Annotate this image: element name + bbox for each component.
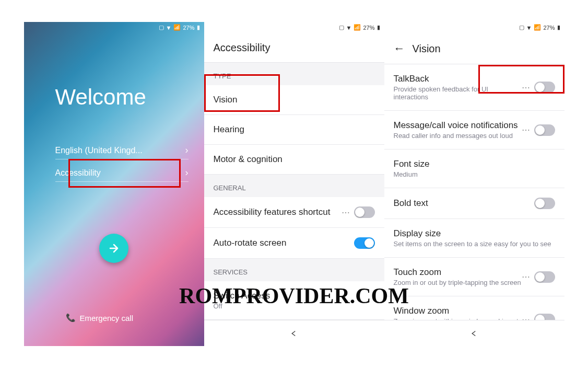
- more-icon[interactable]: ⋯: [342, 208, 350, 217]
- back-arrow-icon[interactable]: ←: [394, 42, 405, 55]
- status-bar: ▢ ▼ 📶 27% ▮: [339, 24, 380, 31]
- highlight-accessibility: [68, 159, 181, 188]
- shortcut-toggle[interactable]: [354, 206, 375, 218]
- bold-toggle[interactable]: [534, 198, 555, 209]
- shortcut-item[interactable]: Accessibility features shortcut ⋯: [204, 197, 384, 228]
- fontsize-item[interactable]: Font size Medium: [384, 150, 565, 188]
- vision-screen: ▢ ▼ 📶 27% ▮ ← Vision TalkBack Provide sp…: [384, 22, 565, 346]
- touchzoom-toggle[interactable]: [534, 271, 555, 283]
- chevron-right-icon: ›: [185, 167, 189, 178]
- status-bar: ▢ ▼ 📶 27% ▮: [159, 24, 200, 31]
- status-bar: ▢ ▼ 📶 27% ▮: [519, 24, 560, 31]
- battery-icon: ▮: [557, 24, 560, 31]
- autorotate-toggle[interactable]: [354, 237, 375, 249]
- chevron-right-icon: ›: [185, 145, 189, 156]
- page-title: Accessibility: [204, 33, 384, 63]
- emergency-call[interactable]: 📞 Emergency call: [66, 313, 134, 323]
- nfc-icon: ▢: [159, 24, 164, 31]
- page-header: ← Vision: [384, 33, 565, 64]
- battery-icon: ▮: [377, 24, 380, 31]
- next-button[interactable]: [99, 234, 128, 263]
- battery-icon: ▮: [197, 24, 200, 31]
- displaysize-item[interactable]: Display size Set items on the screen to …: [384, 219, 565, 258]
- battery-text: 27%: [543, 25, 555, 31]
- battery-text: 27%: [183, 25, 194, 31]
- page-title: Vision: [413, 43, 441, 55]
- signal-icon: 📶: [354, 24, 361, 31]
- section-general: GENERAL: [204, 175, 384, 197]
- nav-bar: [384, 320, 565, 346]
- nav-back-icon[interactable]: [289, 329, 299, 338]
- watermark: ROMPROVIDER.COM: [179, 283, 409, 308]
- signal-icon: 📶: [173, 24, 181, 31]
- highlight-vision: [204, 74, 280, 112]
- arrow-right-icon: [108, 242, 120, 255]
- phone-icon: 📞: [66, 313, 76, 323]
- bold-item[interactable]: Bold text: [384, 188, 565, 219]
- autorotate-item[interactable]: Auto-rotate screen: [204, 228, 384, 259]
- wifi-icon: ▼: [346, 25, 352, 31]
- emergency-label: Emergency call: [80, 314, 134, 323]
- language-label: English (United Kingd...: [55, 146, 143, 155]
- msgcall-item[interactable]: Message/call voice notifications Read ca…: [384, 111, 565, 150]
- welcome-screen: ▢ ▼ 📶 27% ▮ Welcome English (United King…: [24, 22, 204, 346]
- nfc-icon: ▢: [339, 24, 344, 31]
- signal-icon: 📶: [534, 24, 541, 31]
- screenshots-container: ▢ ▼ 📶 27% ▮ Welcome English (United King…: [24, 22, 565, 346]
- welcome-title: Welcome: [55, 85, 146, 110]
- wifi-icon: ▼: [526, 25, 532, 31]
- nfc-icon: ▢: [519, 24, 524, 31]
- touchzoom-item[interactable]: Touch zoom Zoom in or out by triple-tapp…: [384, 258, 565, 296]
- highlight-talkback-toggle: [478, 65, 565, 94]
- wifi-icon: ▼: [166, 25, 172, 31]
- msgcall-toggle[interactable]: [534, 124, 555, 136]
- battery-text: 27%: [363, 25, 374, 31]
- more-icon[interactable]: ⋯: [522, 125, 530, 135]
- hearing-item[interactable]: Hearing: [204, 115, 384, 145]
- motor-item[interactable]: Motor & cognition: [204, 145, 384, 175]
- language-selector[interactable]: English (United Kingd... ›: [55, 145, 189, 159]
- nav-bar: [204, 320, 384, 346]
- section-services: SERVICES: [204, 259, 384, 281]
- more-icon[interactable]: ⋯: [522, 272, 530, 282]
- nav-back-icon[interactable]: [469, 329, 479, 338]
